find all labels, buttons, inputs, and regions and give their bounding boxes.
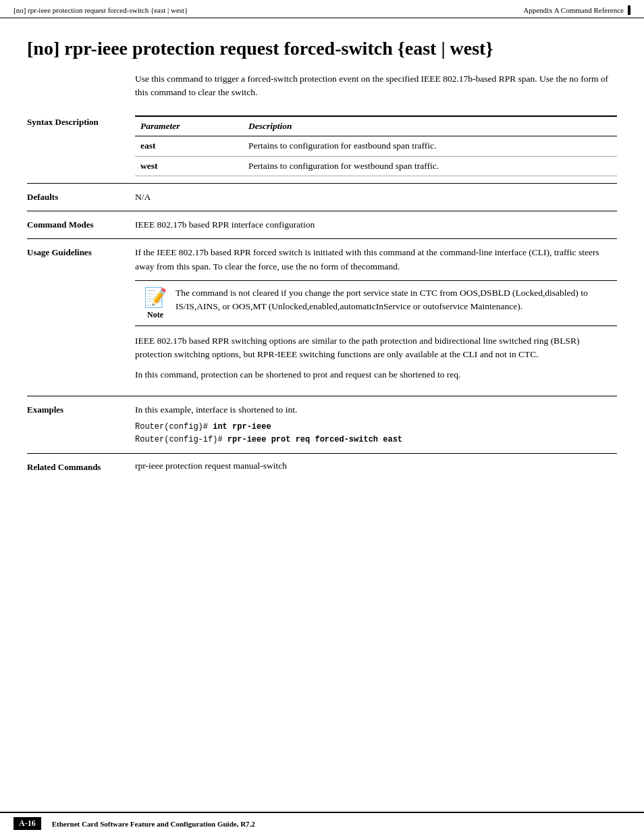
defaults-label: Defaults (27, 190, 135, 204)
related-commands-section: Related Commands rpr-ieee protection req… (27, 453, 617, 473)
syntax-param: west (135, 156, 243, 176)
code-line-1-bold: int rpr-ieee (213, 422, 271, 432)
command-modes-value: IEEE 802.17b based RPR interface configu… (135, 218, 617, 232)
syntax-description-section: Syntax Description Parameter Description… (27, 115, 617, 176)
page-content: [no] rpr-ieee protection request forced-… (0, 37, 644, 520)
syntax-desc: Pertains to configuration for westbound … (243, 156, 617, 176)
page-footer: A-16 Ethernet Card Software Feature and … (0, 812, 644, 834)
command-modes-section: Command Modes IEEE 802.17b based RPR int… (27, 211, 617, 232)
syntax-param: east (135, 136, 243, 156)
syntax-table-container: Parameter Description eastPertains to co… (135, 115, 617, 176)
usage-guidelines-section: Usage Guidelines If the IEEE 802.17b bas… (27, 238, 617, 388)
usage-para-3: In this command, protection can be short… (135, 368, 617, 382)
usage-guidelines-content: If the IEEE 802.17b based RPR forced swi… (135, 246, 617, 388)
syntax-table: Parameter Description eastPertains to co… (135, 115, 617, 176)
defaults-value: N/A (135, 190, 617, 204)
code-line-2: Router(config-if)# rpr-ieee prot req for… (135, 434, 617, 446)
header-breadcrumb-top: [no] rpr-ieee protection request forced-… (14, 6, 523, 14)
usage-para-1: If the IEEE 802.17b based RPR forced swi… (135, 246, 617, 273)
defaults-section: Defaults N/A (27, 183, 617, 204)
header-rule (628, 5, 630, 15)
note-text: The command is not cleared if you change… (176, 286, 617, 320)
note-label: Note (147, 310, 163, 320)
usage-guidelines-label: Usage Guidelines (27, 246, 135, 388)
code-block: Router(config)# int rpr-ieee Router(conf… (135, 421, 617, 446)
syntax-table-header-row: Parameter Description (135, 116, 617, 136)
note-block: 📝 Note The command is not cleared if you… (135, 280, 617, 326)
code-line-1-normal: Router(config)# (135, 422, 213, 432)
note-icon: 📝 (144, 286, 167, 309)
syntax-col-param: Parameter (135, 116, 243, 136)
table-row: eastPertains to configuration for eastbo… (135, 136, 617, 156)
examples-content: In this example, interface is shortened … (135, 403, 617, 447)
table-row: westPertains to configuration for westbo… (135, 156, 617, 176)
page-header: [no] rpr-ieee protection request forced-… (0, 0, 644, 18)
command-modes-label: Command Modes (27, 218, 135, 232)
examples-section: Examples In this example, interface is s… (27, 396, 617, 447)
note-icon-column: 📝 Note (135, 286, 176, 320)
syntax-description-label: Syntax Description (27, 115, 135, 176)
usage-para-2: IEEE 802.17b based RPR switching options… (135, 334, 617, 362)
code-line-1: Router(config)# int rpr-ieee (135, 421, 617, 434)
related-commands-label: Related Commands (27, 461, 135, 473)
header-right-text: Appendix A Command Reference (523, 6, 624, 14)
page-title: [no] rpr-ieee protection request forced-… (27, 37, 617, 60)
syntax-desc: Pertains to configuration for eastbound … (243, 136, 617, 156)
code-line-2-normal: Router(config-if)# (135, 435, 227, 444)
syntax-col-desc: Description (243, 116, 617, 136)
header-breadcrumb-text: [no] rpr-ieee protection request forced-… (14, 6, 188, 14)
examples-intro: In this example, interface is shortened … (135, 403, 617, 417)
related-commands-value: rpr-ieee protection request manual-switc… (135, 461, 617, 473)
footer-page-number: A-16 (14, 817, 41, 830)
intro-paragraph: Use this command to trigger a forced-swi… (135, 72, 617, 100)
footer-document-title: Ethernet Card Software Feature and Confi… (52, 820, 255, 828)
code-line-2-bold: rpr-ieee prot req forced-switch east (227, 435, 402, 444)
examples-label: Examples (27, 403, 135, 447)
